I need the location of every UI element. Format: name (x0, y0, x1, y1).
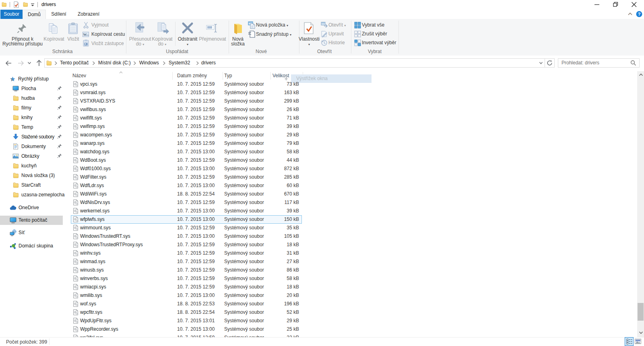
svg-text:W: W (83, 33, 87, 37)
svg-text:?: ? (638, 12, 641, 16)
